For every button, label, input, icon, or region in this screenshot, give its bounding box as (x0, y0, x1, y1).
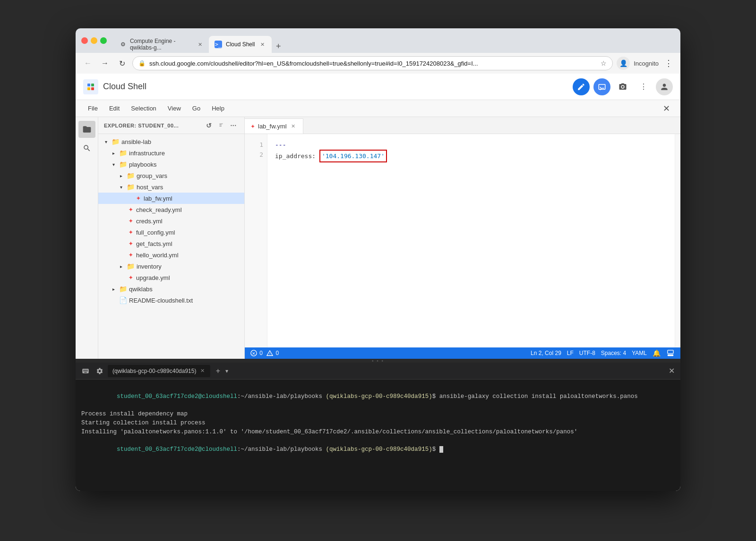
terminal-drag-handle[interactable]: • • • (76, 359, 680, 363)
close-editor-button[interactable]: ✕ (660, 102, 673, 115)
incognito-icon: 👤 (617, 57, 630, 70)
status-lf[interactable]: LF (567, 350, 574, 356)
minimize-traffic-light[interactable] (91, 37, 97, 44)
user-avatar[interactable] (656, 78, 673, 95)
new-tab-button[interactable]: + (272, 40, 285, 53)
terminal-tab-close[interactable]: ✕ (199, 368, 206, 374)
ip-address-value: '104.196.130.147' (319, 150, 387, 162)
status-ln-col: Ln 2, Col 29 (531, 350, 561, 356)
terminal-add-tab-button[interactable]: + (212, 365, 223, 377)
camera-button[interactable] (614, 78, 631, 95)
menu-edit[interactable]: Edit (104, 103, 124, 114)
menu-go[interactable]: Go (188, 103, 205, 114)
panel-layout-icon[interactable] (666, 349, 675, 357)
app-header: Cloud Shell ⋮ (76, 74, 680, 100)
search-icon[interactable] (78, 140, 95, 157)
terminal-close-panel-button[interactable]: ✕ (667, 364, 677, 377)
menu-file[interactable]: File (83, 103, 103, 114)
reload-button[interactable]: ↻ (115, 57, 129, 70)
explorer-icon[interactable] (78, 121, 95, 138)
yaml-separator: --- (275, 140, 286, 150)
editor-content[interactable]: 1 2 --- ip_address: '104.196.130.147' (245, 134, 680, 347)
app-title: Cloud Shell (103, 82, 573, 92)
lock-icon: 🔒 (138, 60, 146, 67)
tree-item-upgrade[interactable]: ✦ upgrade.yml (98, 272, 244, 283)
tree-item-qwiklabs[interactable]: ▸ 📁 qwiklabs (98, 283, 244, 295)
status-encoding[interactable]: UTF-8 (579, 350, 595, 356)
terminal-settings-icon[interactable] (94, 365, 106, 377)
chevron-group-vars: ▸ (117, 172, 125, 179)
tree-item-inventory[interactable]: ▸ 📁 inventory (98, 261, 244, 272)
line-numbers: 1 2 (245, 134, 267, 347)
explorer-title: EXPLORER: STUDENT_00... (104, 123, 200, 128)
browser-tab-1[interactable]: ⚙ Compute Engine - qwiklabs-g... ✕ (114, 36, 209, 53)
tree-item-ansible-lab[interactable]: ▾ 📁 ansible-lab (98, 136, 244, 147)
terminal-line-2: Process install dependency map (81, 410, 675, 419)
terminal-line-3: Starting collection install process (81, 419, 675, 428)
tab-2-close[interactable]: ✕ (258, 41, 266, 48)
edit-button[interactable] (573, 78, 590, 95)
terminal-button[interactable] (593, 78, 610, 95)
refresh-explorer-button[interactable]: ↺ (204, 120, 214, 131)
spacer-lab-fw (125, 194, 132, 202)
status-right: Ln 2, Col 29 LF UTF-8 Spaces: 4 YAML 🔔 (531, 349, 675, 357)
tree-item-host-vars[interactable]: ▾ 📁 host_vars (98, 181, 244, 193)
app-container: Cloud Shell ⋮ File Edit (76, 74, 680, 491)
sidebar-icons (76, 117, 98, 359)
tree-item-readme[interactable]: 📄 README-cloudshell.txt (98, 295, 244, 306)
tree-item-playbooks[interactable]: ▾ 📁 playbooks (98, 159, 244, 170)
browser-tab-2[interactable]: >_ Cloud Shell ✕ (209, 36, 272, 53)
more-explorer-button[interactable]: ··· (228, 120, 239, 131)
forward-button[interactable]: → (98, 57, 112, 70)
code-editor[interactable]: --- ip_address: '104.196.130.147' (267, 134, 675, 347)
collapse-all-button[interactable] (216, 120, 226, 131)
tree-item-get-facts[interactable]: ✦ get_facts.yml (98, 238, 244, 249)
chevron-playbooks: ▾ (110, 161, 117, 168)
tree-item-creds[interactable]: ✦ creds.yml (98, 215, 244, 227)
address-bar-row: ← → ↻ 🔒 ssh.cloud.google.com/cloudshell/… (76, 53, 680, 74)
tab-2-icon: >_ (215, 41, 222, 48)
terminal-line-5: student_00_63acf717cde2@cloudshell:~/ans… (81, 437, 675, 463)
terminal-tab-main[interactable]: (qwiklabs-gcp-00-c989c40da915) ✕ (108, 365, 210, 377)
svg-rect-8 (668, 350, 673, 354)
close-traffic-light[interactable] (81, 37, 88, 44)
back-button[interactable]: ← (81, 57, 94, 70)
file-tree: ▾ 📁 ansible-lab ▸ 📁 infrastructure ▾ 📁 (98, 134, 244, 359)
main-content: EXPLORER: STUDENT_00... ↺ ··· ▾ 📁 a (76, 117, 680, 359)
svg-rect-9 (668, 355, 673, 356)
warning-count: ! 0 (266, 350, 279, 357)
menu-help[interactable]: Help (207, 103, 229, 114)
status-spaces[interactable]: Spaces: 4 (601, 350, 626, 356)
tree-item-lab-fw-yml[interactable]: ✦ lab_fw.yml (98, 193, 244, 204)
tab-close-button[interactable]: ✕ (290, 123, 297, 130)
maximize-traffic-light[interactable] (100, 37, 107, 44)
terminal-keyboard-icon[interactable] (79, 365, 92, 377)
app-logo (83, 79, 98, 94)
more-options-button[interactable]: ⋮ (635, 78, 652, 95)
menu-items: File Edit Selection View Go Help (83, 103, 229, 114)
tab-1-close[interactable]: ✕ (197, 41, 203, 48)
menu-view[interactable]: View (163, 103, 186, 114)
svg-text:!: ! (269, 352, 270, 356)
tree-item-full-config[interactable]: ✦ full_config.yml (98, 227, 244, 238)
editor-tab-lab-fw[interactable]: ✦ lab_fw.yml ✕ (245, 118, 303, 134)
editor-tabs: ✦ lab_fw.yml ✕ (245, 117, 680, 134)
terminal-tab-chevron[interactable]: ▾ (225, 368, 228, 374)
notification-bell-icon[interactable]: 🔔 (653, 349, 661, 357)
tree-item-infrastructure[interactable]: ▸ 📁 infrastructure (98, 147, 244, 159)
terminal-line-1: student_00_63acf717cde2@cloudshell:~/ans… (81, 383, 675, 410)
tree-item-check-ready[interactable]: ✦ check_ready.yml (98, 204, 244, 215)
svg-text:✕: ✕ (252, 351, 256, 356)
menu-selection[interactable]: Selection (126, 103, 161, 114)
terminal-container: • • • (qwiklabs-gcp-00-c989c40da915) ✕ +… (76, 359, 680, 491)
tree-item-group-vars[interactable]: ▸ 📁 group_vars (98, 170, 244, 181)
chrome-menu-button[interactable]: ⋮ (662, 56, 675, 70)
status-language[interactable]: YAML (632, 350, 647, 356)
explorer-header: EXPLORER: STUDENT_00... ↺ ··· (98, 117, 244, 134)
tree-item-hello-world[interactable]: ✦ hello_world.yml (98, 249, 244, 261)
bookmark-icon[interactable]: ☆ (601, 59, 607, 67)
tab-yaml-icon: ✦ (250, 123, 255, 130)
address-bar[interactable]: 🔒 ssh.cloud.google.com/cloudshell/editor… (132, 56, 613, 70)
terminal-content[interactable]: student_00_63acf717cde2@cloudshell:~/ans… (76, 380, 680, 491)
explorer-panel: EXPLORER: STUDENT_00... ↺ ··· ▾ 📁 a (98, 117, 245, 359)
